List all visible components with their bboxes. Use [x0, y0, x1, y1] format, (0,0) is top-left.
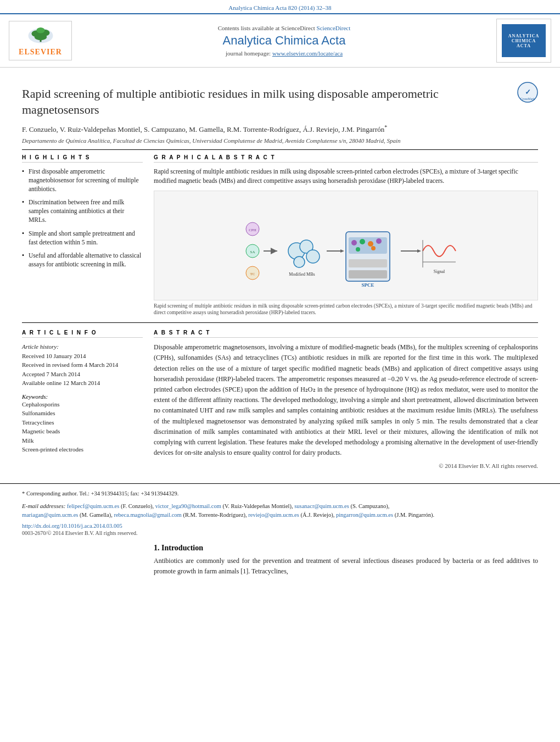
crossmark-icon: ✓ CrossMark — [517, 82, 538, 103]
revised-date: Received in revised form 4 March 2014 — [22, 361, 118, 368]
svg-rect-24 — [349, 237, 387, 254]
list-item: Simple and short sample pretreatment and… — [22, 229, 143, 247]
svg-point-29 — [368, 241, 373, 247]
email-link-1[interactable]: victor_lega90@hotmail.com — [155, 503, 221, 509]
intro-text: Antibiotics are commonly used for the pr… — [154, 556, 538, 577]
svg-point-32 — [371, 246, 376, 250]
divider-middle — [22, 322, 538, 323]
authors: F. Conzuelo, V. Ruiz-Valdepeñas Montiel,… — [22, 123, 538, 135]
list-item: Tetracyclines — [22, 418, 143, 427]
abstract-text: Disposable amperometric magnetosensors, … — [154, 342, 538, 458]
highlights-and-graphical: H I G H L I G H T S First disposable amp… — [22, 154, 538, 316]
homepage-label: journal homepage: — [226, 50, 271, 57]
footer-emails: E-mail addresses: felipecf@quim.ucm.es (… — [22, 501, 538, 520]
affiliation: Departamento de Química Analítica, Facul… — [22, 137, 538, 144]
introduction-section: 1. Introduction Antibiotics are commonly… — [0, 544, 560, 577]
sciencedirect-prefix: Contents lists available at ScienceDirec… — [218, 25, 315, 31]
top-bar: Analytica Chimica Acta 820 (2014) 32–38 — [0, 0, 560, 13]
divider-top — [22, 149, 538, 150]
email-link-0[interactable]: felipecf@quim.ucm.es — [67, 503, 119, 509]
article-history: Article history: Received 10 January 201… — [22, 342, 143, 388]
list-item: Cephalosporins — [22, 400, 143, 409]
list-item: Magnetic beads — [22, 427, 143, 436]
journal-header: ELSEVIER Contents lists available at Sci… — [0, 13, 560, 68]
received-date: Received 10 January 2014 — [22, 353, 86, 359]
list-item: Screen-printed electrodes — [22, 445, 143, 454]
svg-point-30 — [376, 238, 382, 244]
available-date: Available online 12 March 2014 — [22, 380, 100, 386]
journal-center-header: Contents lists available at ScienceDirec… — [72, 25, 496, 57]
footer-footnote-star: * Corresponding author. Tel.: +34 913944… — [22, 489, 538, 498]
svg-point-18 — [306, 250, 320, 263]
svg-rect-26 — [349, 270, 387, 278]
svg-point-31 — [356, 247, 360, 252]
doi-link[interactable]: http://dx.doi.org/10.1016/j.aca.2014.03.… — [22, 523, 122, 529]
sciencedirect-link[interactable]: ScienceDirect — [317, 25, 351, 31]
svg-text:SPCE: SPCE — [361, 282, 374, 288]
abstract-label: A B S T R A C T — [154, 330, 538, 338]
email-link-2[interactable]: susanacr@quim.ucm.es — [294, 503, 349, 509]
svg-text:CPH: CPH — [249, 228, 256, 232]
intro-heading: Introduction — [161, 544, 203, 552]
svg-marker-22 — [340, 249, 344, 253]
svg-text:Modified MBs: Modified MBs — [289, 272, 315, 277]
list-item: First disposable amperometric magnetobio… — [22, 167, 143, 193]
svg-rect-25 — [349, 259, 387, 267]
emails-label: E-mail addresses: — [22, 503, 65, 509]
article-info-and-abstract: A R T I C L E I N F O Article history: R… — [22, 330, 538, 469]
graphical-abstract-label: G R A P H I C A L A B S T R A C T — [154, 154, 538, 163]
footer-doi: http://dx.doi.org/10.1016/j.aca.2014.03.… — [22, 523, 538, 529]
email-link-3[interactable]: mariagan@quim.ucm.es — [22, 512, 78, 518]
svg-point-5 — [34, 34, 47, 40]
email-link-6[interactable]: pingarron@quim.ucm.es — [336, 512, 393, 518]
accepted-date: Accepted 7 March 2014 — [22, 371, 80, 377]
elsevier-logo: ELSEVIER — [9, 21, 72, 60]
keywords-list: Cephalosporins Sulfonamides Tetracycline… — [22, 400, 143, 454]
intro-col-left — [22, 544, 143, 577]
journal-homepage: journal homepage: www.elsevier.com/locat… — [83, 50, 485, 57]
main-content: Rapid screening of multiple antibiotic r… — [0, 68, 560, 478]
journal-title: Analytica Chimica Acta — [83, 34, 485, 48]
elsevier-brand: ELSEVIER — [19, 48, 62, 57]
top-bar-citation: Analytica Chimica Acta 820 (2014) 32–38 — [228, 4, 331, 11]
journal-logo-text: ANALYTICACHIMICAACTA — [508, 34, 540, 48]
copyright-line: © 2014 Elsevier B.V. All rights reserved… — [154, 462, 538, 469]
svg-text:Signal: Signal — [434, 269, 445, 274]
list-item: Sulfonamides — [22, 409, 143, 418]
list-item: Discrimination between free and milk sam… — [22, 198, 143, 224]
svg-text:✓: ✓ — [525, 88, 531, 96]
article-info-label: A R T I C L E I N F O — [22, 330, 143, 338]
svg-text:SA: SA — [250, 250, 255, 254]
svg-point-4 — [36, 27, 44, 34]
highlights-list: First disposable amperometric magnetobio… — [22, 167, 143, 269]
svg-text:CrossMark: CrossMark — [520, 97, 535, 101]
journal-logo-box: ANALYTICACHIMICAACTA — [496, 19, 551, 63]
page-footer: * Corresponding author. Tel.: +34 913944… — [0, 483, 560, 541]
email-link-5[interactable]: reviejo@quim.ucm.es — [248, 512, 299, 518]
crossmark-logo: ✓ CrossMark — [517, 82, 538, 105]
svg-point-19 — [294, 256, 305, 267]
article-info-section: A R T I C L E I N F O Article history: R… — [22, 330, 143, 469]
graphical-abstract-image: CPH SA TC Modified MBs — [154, 191, 538, 300]
homepage-link[interactable]: www.elsevier.com/locate/aca — [272, 50, 343, 57]
keywords-label: Keywords: — [22, 393, 143, 400]
footnote-text: * Corresponding author. Tel.: +34 913944… — [22, 490, 178, 496]
highlights-label: H I G H L I G H T S — [22, 154, 143, 163]
svg-text:TC: TC — [250, 272, 255, 276]
article-title: Rapid screening of multiple antibiotic r… — [22, 86, 512, 118]
svg-marker-35 — [417, 249, 421, 253]
sciencedirect-line: Contents lists available at ScienceDirec… — [83, 25, 485, 31]
graphical-abstract-description: Rapid screening of multiple antibiotic r… — [154, 167, 538, 186]
highlights-section: H I G H L I G H T S First disposable amp… — [22, 154, 143, 316]
footer-issn: 0003-2670/© 2014 Elsevier B.V. All right… — [22, 530, 538, 536]
graphical-abstract-svg: CPH SA TC Modified MBs — [231, 196, 461, 295]
intro-title: 1. Introduction — [154, 544, 538, 553]
graphical-abstract-section: G R A P H I C A L A B S T R A C T Rapid … — [154, 154, 538, 316]
intro-text-content: Antibiotics are commonly used for the pr… — [154, 557, 538, 575]
graphical-abstract-caption: Rapid screening of multiple antibiotic r… — [154, 303, 538, 316]
email-link-4[interactable]: rebeca.magnolia@gmail.com — [114, 512, 181, 518]
list-item: Milk — [22, 436, 143, 445]
authors-text: F. Conzuelo, V. Ruiz-Valdepeñas Montiel,… — [22, 126, 384, 134]
svg-point-28 — [360, 239, 365, 244]
keywords-section: Keywords: Cephalosporins Sulfonamides Te… — [22, 393, 143, 454]
